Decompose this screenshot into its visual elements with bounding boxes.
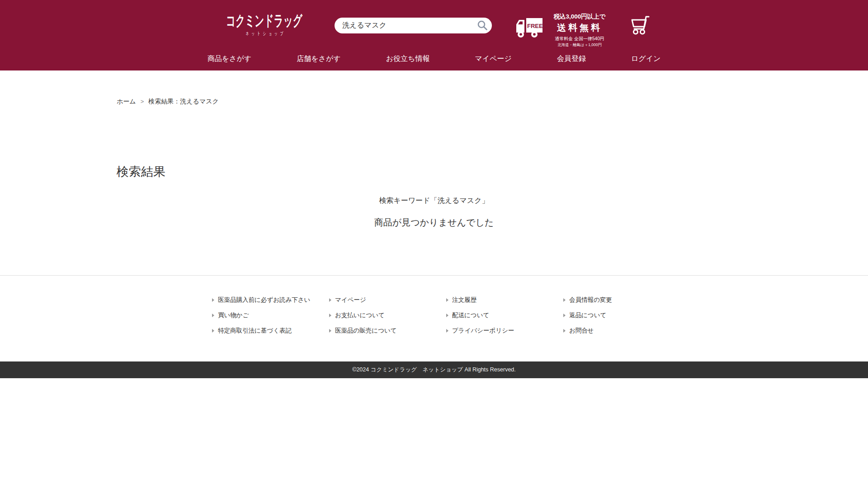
breadcrumb-home-link[interactable]: ホーム [117,98,136,105]
arrow-bullet-icon [563,314,566,317]
search-results-section: 検索結果 検索キーワード「洗えるマスク」 商品が見つかりませんでした [117,164,751,275]
delivery-truck-icon: FREE [515,17,543,38]
arrow-bullet-icon [446,298,448,302]
footer-link-label: 注文履歴 [452,296,476,304]
footer-link-label: 会員情報の変更 [569,296,612,304]
footer-link-member-info[interactable]: 会員情報の変更 [563,296,680,305]
arrow-bullet-icon [212,329,214,333]
arrow-bullet-icon [212,314,214,317]
search-input[interactable] [335,18,492,33]
footer-link-mypage[interactable]: マイページ [329,296,446,305]
search-icon [476,19,488,31]
footer-link-drug-sales[interactable]: 医薬品の販売について [329,326,446,335]
footer-link-privacy-policy[interactable]: プライバシーポリシー [446,326,563,335]
footer-link-delivery[interactable]: 配送について [446,311,563,320]
site-logo[interactable]: コクミンドラッグ ネットショップ [226,13,303,37]
free-badge-text: FREE [527,23,543,29]
spacer [117,229,751,275]
footer-column-3: 注文履歴 配送について プライバシーポリシー [446,296,563,335]
shipping-normal-fee: 通常料金 全国一律540円 [546,36,613,42]
footer-link-contact[interactable]: お問合せ [563,326,680,335]
arrow-bullet-icon [446,329,448,333]
no-result-message: 商品が見つかりませんでした [117,216,751,229]
nav-item-info[interactable]: お役立ち情報 [386,54,430,64]
arrow-bullet-icon [329,329,331,333]
site-header: コクミンドラッグ ネットショップ FREE [0,0,868,70]
footer-link-label: 医薬品購入前に必ずお読み下さい [218,296,310,304]
page-title: 検索結果 [117,164,751,180]
arrow-bullet-icon [446,314,448,317]
nav-item-mypage[interactable]: マイページ [475,54,512,64]
arrow-bullet-icon [563,298,566,302]
nav-item-products[interactable]: 商品をさがす [208,54,252,64]
breadcrumb: ホーム>検索結果：洗えるマスク [117,98,751,106]
footer-link-label: 返品について [569,311,606,319]
nav-item-register[interactable]: 会員登録 [557,54,586,64]
search-keyword-line: 検索キーワード「洗えるマスク」 [117,196,751,206]
cart-icon [629,15,651,35]
footer-link-label: マイページ [335,296,366,304]
breadcrumb-current: 検索結果：洗えるマスク [148,98,219,105]
main-nav: 商品をさがす 店舗をさがす お役立ち情報 マイページ 会員登録 ログイン [0,47,868,70]
free-shipping-banner: FREE 税込3,000円以上で 送料無料 通常料金 全国一律540円 北海道・… [515,13,613,48]
footer-link-label: プライバシーポリシー [452,327,514,335]
footer-link-label: お支払いについて [335,311,385,319]
arrow-bullet-icon [329,314,331,317]
breadcrumb-separator: > [141,98,144,105]
logo-lockup: コクミンドラッグ ネットショップ [226,13,303,37]
footer-column-2: マイページ お支払いについて 医薬品の販売について [329,296,446,335]
copyright-text: ©2024 コクミンドラッグ ネットショップ All Rights Reserv… [352,366,516,374]
shipping-free-label: 送料無料 [546,22,613,34]
footer-link-label: 医薬品の販売について [335,327,397,335]
arrow-bullet-icon [329,298,331,302]
footer-link-label: 特定商取引法に基づく表記 [218,327,292,335]
logo-subtitle: ネットショップ [226,30,303,37]
logo-title: コクミンドラッグ [226,13,303,29]
nav-item-stores[interactable]: 店舗をさがす [297,54,341,64]
footer-column-4: 会員情報の変更 返品について お問合せ [563,296,680,335]
footer-link-label: 買い物かご [218,311,249,319]
search-button[interactable] [476,19,489,33]
header-top: コクミンドラッグ ネットショップ FREE [0,0,868,47]
footer-link-payment[interactable]: お支払いについて [329,311,446,320]
arrow-bullet-icon [563,329,566,333]
site-footer: 医薬品購入前に必ずお読み下さい 買い物かご 特定商取引法に基づく表記 マイページ… [0,276,868,378]
footer-link-label: 配送について [452,311,489,319]
search-bar [335,18,492,33]
copyright-bar: ©2024 コクミンドラッグ ネットショップ All Rights Reserv… [0,361,868,378]
footer-links: 医薬品購入前に必ずお読み下さい 買い物かご 特定商取引法に基づく表記 マイページ… [212,276,680,361]
arrow-bullet-icon [212,298,214,302]
cart-button[interactable] [629,15,651,35]
shipping-text: 税込3,000円以上で 送料無料 通常料金 全国一律540円 北海道・離島は＋1… [546,13,613,48]
footer-link-returns[interactable]: 返品について [563,311,680,320]
nav-item-login[interactable]: ログイン [631,54,661,64]
shipping-threshold: 税込3,000円以上で [546,13,613,21]
footer-link-label: お問合せ [569,327,594,335]
footer-link-drug-notice[interactable]: 医薬品購入前に必ずお読み下さい [212,296,329,305]
footer-column-1: 医薬品購入前に必ずお読み下さい 買い物かご 特定商取引法に基づく表記 [212,296,329,335]
footer-link-order-history[interactable]: 注文履歴 [446,296,563,305]
footer-link-cart[interactable]: 買い物かご [212,311,329,320]
footer-link-commercial-law[interactable]: 特定商取引法に基づく表記 [212,326,329,335]
